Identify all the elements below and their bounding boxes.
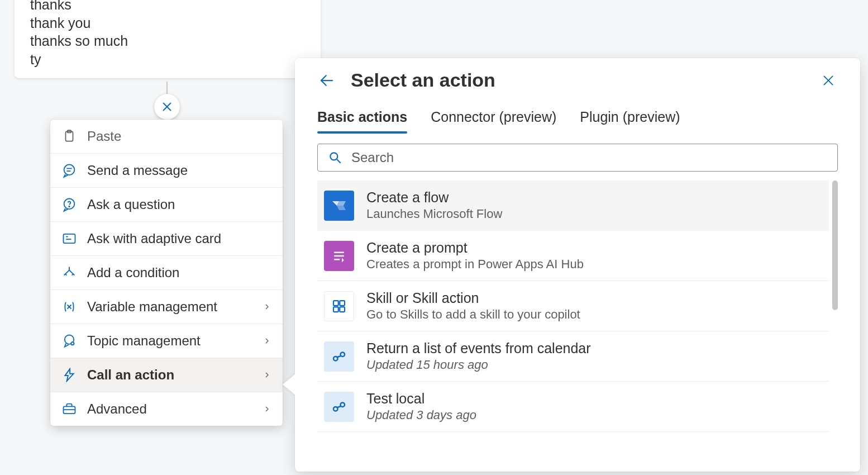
- close-panel-button[interactable]: [819, 71, 838, 90]
- card-icon: [61, 231, 77, 246]
- svg-point-8: [69, 206, 69, 207]
- authoring-canvas: thanks thank you thanks so much ty Paste…: [0, 0, 868, 475]
- svg-rect-25: [340, 301, 345, 306]
- menu-item-advanced[interactable]: Advanced: [50, 392, 283, 426]
- menu-item-label: Ask a question: [87, 197, 175, 212]
- action-subtitle: Go to Skills to add a skill to your copi…: [366, 307, 580, 322]
- menu-item-call-action[interactable]: Call an action: [50, 358, 283, 392]
- variable-icon: [61, 299, 77, 315]
- action-title: Test local: [366, 391, 476, 407]
- action-create-prompt[interactable]: Create a prompt Creates a prompt in Powe…: [317, 231, 829, 281]
- menu-item-label: Ask with adaptive card: [87, 231, 221, 246]
- trigger-phrase: thanks: [30, 0, 305, 14]
- arrow-left-icon: [318, 72, 335, 89]
- action-skill[interactable]: Skill or Skill action Go to Skills to ad…: [317, 281, 829, 331]
- menu-item-paste[interactable]: Paste: [50, 120, 283, 153]
- action-title: Create a flow: [366, 189, 502, 206]
- svg-rect-24: [333, 301, 338, 306]
- svg-point-4: [64, 165, 75, 175]
- action-subtitle: Updated 15 hours ago: [366, 358, 591, 372]
- search-box[interactable]: [317, 144, 838, 172]
- action-subtitle: Creates a prompt in Power Apps AI Hub: [366, 257, 584, 272]
- chevron-right-icon: [263, 367, 271, 383]
- menu-item-label: Paste: [87, 129, 121, 144]
- menu-item-add-condition[interactable]: Add a condition: [50, 255, 283, 289]
- tab-bar: Basic actions Connector (preview) Plugin…: [317, 106, 838, 134]
- flow-light-icon: [324, 392, 354, 422]
- action-test-local[interactable]: Test local Updated 3 days ago: [317, 382, 829, 432]
- menu-item-label: Variable management: [87, 299, 217, 315]
- add-node-button[interactable]: [154, 94, 180, 120]
- clipboard-icon: [61, 129, 77, 144]
- tab-plugin[interactable]: Plugin (preview): [580, 106, 680, 133]
- svg-rect-27: [340, 307, 345, 312]
- chat-icon: [61, 163, 77, 178]
- menu-item-send-message[interactable]: Send a message: [50, 153, 283, 187]
- search-icon: [328, 150, 342, 165]
- chevron-right-icon: [263, 299, 271, 315]
- trigger-phrase: thanks so much: [30, 32, 305, 50]
- action-list: Create a flow Launches Microsoft Flow Cr…: [317, 180, 838, 472]
- flow-icon: [324, 191, 354, 221]
- menu-item-topic-management[interactable]: Topic management: [50, 324, 283, 358]
- menu-item-label: Advanced: [87, 401, 147, 417]
- tab-basic-actions[interactable]: Basic actions: [317, 106, 407, 133]
- skill-icon: [324, 291, 354, 321]
- tab-connector[interactable]: Connector (preview): [431, 106, 556, 133]
- menu-item-ask-question[interactable]: Ask a question: [50, 187, 283, 221]
- trigger-phrases-card: thanks thank you thanks so much ty: [15, 0, 321, 78]
- action-subtitle: Updated 3 days ago: [366, 408, 476, 422]
- menu-item-label: Topic management: [87, 333, 201, 349]
- svg-line-20: [337, 159, 341, 163]
- menu-item-variable-management[interactable]: Variable management: [50, 289, 283, 324]
- action-title: Skill or Skill action: [366, 290, 580, 306]
- flyout-pointer: [283, 374, 295, 395]
- chevron-right-icon: [263, 333, 271, 349]
- chevron-right-icon: [263, 401, 271, 417]
- action-title: Return a list of events from calendar: [366, 340, 591, 357]
- toolbox-icon: [61, 401, 77, 417]
- lightning-icon: [61, 367, 77, 383]
- svg-point-19: [330, 153, 337, 160]
- svg-rect-26: [333, 307, 338, 312]
- action-scroll-area[interactable]: Create a flow Launches Microsoft Flow Cr…: [317, 180, 838, 472]
- svg-point-13: [71, 342, 74, 345]
- panel-title: Select an action: [351, 69, 804, 91]
- menu-item-label: Add a condition: [87, 265, 179, 281]
- action-title: Create a prompt: [366, 240, 584, 256]
- question-icon: [61, 197, 77, 212]
- scrollbar-thumb[interactable]: [832, 180, 838, 310]
- action-calendar-events[interactable]: Return a list of events from calendar Up…: [317, 331, 829, 382]
- action-subtitle: Launches Microsoft Flow: [366, 207, 502, 221]
- trigger-phrase: thank you: [30, 14, 305, 32]
- panel-header: Select an action: [317, 69, 838, 91]
- branch-icon: [61, 265, 77, 281]
- node-context-menu: Paste Send a message Ask a question Ask …: [50, 120, 283, 426]
- topic-icon: [61, 333, 77, 349]
- menu-item-adaptive-card[interactable]: Ask with adaptive card: [50, 221, 283, 255]
- close-icon: [161, 101, 173, 113]
- close-icon: [821, 73, 836, 88]
- prompt-icon: [324, 241, 354, 271]
- flow-light-icon: [324, 341, 354, 372]
- back-button[interactable]: [317, 71, 336, 90]
- svg-rect-9: [64, 234, 75, 243]
- menu-item-label: Call an action: [87, 367, 174, 383]
- action-create-flow[interactable]: Create a flow Launches Microsoft Flow: [317, 180, 829, 231]
- trigger-phrase: ty: [30, 50, 305, 69]
- select-action-panel: Select an action Basic actions Connector…: [295, 58, 860, 472]
- menu-item-label: Send a message: [87, 163, 188, 178]
- search-input[interactable]: [351, 150, 827, 165]
